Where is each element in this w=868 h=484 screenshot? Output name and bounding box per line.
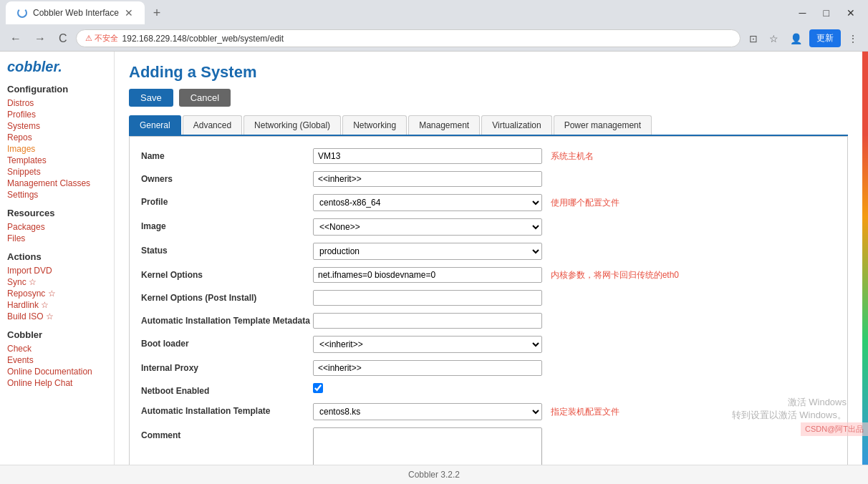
menu-button[interactable]: ⋮ <box>844 29 862 47</box>
select-profile[interactable]: centos8-x86_64 <box>313 194 542 211</box>
scrollbar[interactable] <box>862 52 868 465</box>
sidebar-item-systems[interactable]: Systems <box>7 120 107 132</box>
label-kernel-options: Kernel Options <box>141 267 313 280</box>
maximize-button[interactable]: □ <box>816 4 836 21</box>
address-text: 192.168.229.148/cobbler_web/system/edit <box>122 34 284 44</box>
tab-power-management[interactable]: Power management <box>554 115 652 135</box>
tab-networking-global[interactable]: Networking (Global) <box>243 115 341 135</box>
star-button[interactable]: ☆ <box>765 29 783 47</box>
sidebar-item-repos[interactable]: Repos <box>7 132 107 143</box>
label-internal-proxy: Internal Proxy <box>141 360 313 373</box>
control-boot-loader: <<inherit>> <box>313 336 836 353</box>
sidebar-section-cobbler: Cobbler <box>7 329 107 340</box>
checkbox-netboot[interactable] <box>313 383 323 393</box>
cancel-button[interactable]: Cancel <box>179 89 231 107</box>
field-row-ait: Automatic Installation Template centos8.… <box>141 403 836 420</box>
sidebar-item-mgmt-classes[interactable]: Management Classes <box>7 178 107 189</box>
label-name: Name <box>141 148 313 161</box>
back-button[interactable]: ← <box>6 31 26 47</box>
tab-bar: General Advanced Networking (Global) Net… <box>129 115 848 136</box>
input-name[interactable] <box>313 148 542 164</box>
tab-networking[interactable]: Networking <box>342 115 407 135</box>
sidebar-section-resources: Resources <box>7 208 107 218</box>
textarea-comment[interactable] <box>313 427 542 465</box>
footer-label: Cobbler 3.2.2 <box>408 470 460 480</box>
field-row-kernel-options-post: Kernel Options (Post Install) <box>141 290 836 306</box>
select-image[interactable]: <<None>> <box>313 218 542 236</box>
refresh-button[interactable]: C <box>54 31 72 47</box>
field-row-boot-loader: Boot loader <<inherit>> <box>141 336 836 353</box>
field-row-profile: Profile centos8-x86_64 使用哪个配置文件 <box>141 194 836 211</box>
input-owners[interactable] <box>313 171 542 187</box>
input-internal-proxy[interactable] <box>313 360 542 376</box>
input-kernel-options-post[interactable] <box>313 290 542 306</box>
comment-name: 系统主机名 <box>551 151 594 161</box>
field-row-owners: Owners <box>141 171 836 187</box>
tab-virtualization[interactable]: Virtualization <box>481 115 551 135</box>
control-kernel-options: 内核参数，将网卡回归传统的eth0 <box>313 267 836 283</box>
select-boot-loader[interactable]: <<inherit>> <box>313 336 542 353</box>
sidebar-item-events[interactable]: Events <box>7 354 107 366</box>
select-status[interactable]: production <box>313 243 542 260</box>
label-status: Status <box>141 243 313 256</box>
form-area: Name 系统主机名 Owners <box>129 136 848 465</box>
sidebar-item-profiles[interactable]: Profiles <box>7 109 107 120</box>
sidebar-item-files[interactable]: Files <box>7 233 107 244</box>
sidebar-item-import-dvd[interactable]: Import DVD <box>7 265 107 276</box>
control-status: production <box>313 243 836 260</box>
control-ait-metadata <box>313 313 836 329</box>
main-content: Adding a System Save Cancel General Adva… <box>115 52 862 465</box>
sidebar-item-build-iso[interactable]: Build ISO ☆ <box>7 311 107 322</box>
label-comment: Comment <box>141 427 313 440</box>
page-footer: Cobbler 3.2.2 <box>0 465 868 484</box>
label-owners: Owners <box>141 171 313 184</box>
select-ait[interactable]: centos8.ks <box>313 403 542 420</box>
comment-kernel-options: 内核参数，将网卡回归传统的eth0 <box>551 270 679 280</box>
sidebar-item-packages[interactable]: Packages <box>7 221 107 233</box>
save-button[interactable]: Save <box>129 89 173 107</box>
new-tab-button[interactable]: + <box>148 3 167 24</box>
sidebar-item-distros[interactable]: Distros <box>7 97 107 109</box>
control-internal-proxy <box>313 360 836 376</box>
forward-button[interactable]: → <box>30 31 50 47</box>
sidebar-section-configuration: Configuration <box>7 84 107 95</box>
input-kernel-options[interactable] <box>313 267 542 283</box>
screenshot-button[interactable]: ⊡ <box>745 29 762 47</box>
tab-advanced[interactable]: Advanced <box>183 115 242 135</box>
field-row-kernel-options: Kernel Options 内核参数，将网卡回归传统的eth0 <box>141 267 836 283</box>
field-row-image: Image <<None>> <box>141 218 836 236</box>
address-bar[interactable]: ⚠ 不安全 192.168.229.148/cobbler_web/system… <box>76 29 741 47</box>
label-image: Image <box>141 218 313 231</box>
sidebar-item-check[interactable]: Check <box>7 343 107 354</box>
tab-close-btn[interactable]: ✕ <box>125 7 133 19</box>
label-profile: Profile <box>141 194 313 207</box>
field-row-name: Name 系统主机名 <box>141 148 836 164</box>
control-kernel-options-post <box>313 290 836 306</box>
sidebar-item-images[interactable]: Images <box>7 143 107 155</box>
sidebar-item-sync[interactable]: Sync ☆ <box>7 276 107 288</box>
sidebar-item-settings[interactable]: Settings <box>7 189 107 200</box>
action-buttons: Save Cancel <box>129 89 848 107</box>
field-row-netboot: Netboot Enabled <box>141 383 836 396</box>
sidebar-logo: cobbler. <box>7 59 107 75</box>
field-row-status: Status production <box>141 243 836 260</box>
sidebar-item-online-docs[interactable]: Online Documentation <box>7 366 107 377</box>
browser-tab[interactable]: Cobbler Web Interface ✕ <box>6 1 145 24</box>
minimize-button[interactable]: ─ <box>792 4 814 21</box>
input-ait-metadata[interactable] <box>313 313 542 329</box>
field-row-comment: Comment <box>141 427 836 465</box>
csdn-watermark: CSDN@阿T出品 <box>801 422 868 436</box>
sidebar-item-help-chat[interactable]: Online Help Chat <box>7 377 107 389</box>
sidebar-item-snippets[interactable]: Snippets <box>7 166 107 178</box>
sidebar-item-hardlink[interactable]: Hardlink ☆ <box>7 299 107 311</box>
close-button[interactable]: ✕ <box>839 4 862 21</box>
page-title: Adding a System <box>129 63 848 82</box>
profile-button[interactable]: 👤 <box>786 29 806 47</box>
tab-general[interactable]: General <box>129 115 181 135</box>
sidebar-item-templates[interactable]: Templates <box>7 155 107 166</box>
tab-management[interactable]: Management <box>408 115 480 135</box>
control-image: <<None>> <box>313 218 836 236</box>
sidebar-item-reposync[interactable]: Reposync ☆ <box>7 288 107 299</box>
update-button[interactable]: 更新 <box>809 29 841 47</box>
control-name: 系统主机名 <box>313 148 836 164</box>
